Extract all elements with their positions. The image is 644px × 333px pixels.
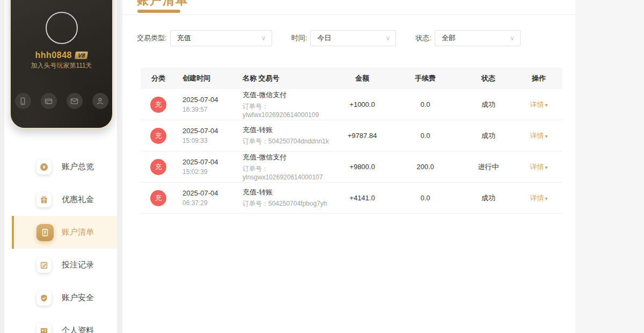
table-row: 充 2025-07-04 16:39:57 充值-微信支付 订单号：ylwfwx…	[141, 89, 562, 120]
sidebar-item-label: 优惠礼金	[62, 194, 94, 205]
sidebar-item-label: 投注记录	[62, 260, 94, 270]
row-status: 成功	[462, 193, 515, 203]
filter-time: 时间: 今日 ∨	[291, 30, 397, 46]
transaction-type-value: 充值	[177, 33, 191, 43]
chevron-down-icon: ∨	[385, 35, 390, 41]
row-amount: +9787.84	[335, 132, 389, 140]
time-select[interactable]: 今日 ∨	[310, 30, 396, 46]
detail-link[interactable]: 详情▾	[530, 132, 547, 140]
chevron-down-icon: ∨	[261, 35, 266, 41]
filter-bar: 交易类型: 充值 ∨ 时间: 今日 ∨ 状态: 全部 ∨	[137, 30, 575, 46]
row-name: 充值-微信支付	[243, 153, 335, 162]
row-name: 充值-微信支付	[243, 90, 335, 100]
row-status: 进行中	[462, 162, 515, 172]
sidebar-item-label: 账户总览	[62, 162, 94, 172]
row-order-number: 订单号：504250704dnddnn1k	[243, 137, 335, 146]
col-fee: 手续费	[389, 74, 462, 83]
sidebar-item-label: 个人资料	[62, 325, 94, 333]
col-amount: 金额	[335, 74, 389, 83]
row-amount: +1000.0	[335, 100, 389, 108]
id-card-icon	[36, 323, 52, 333]
sidebar-item-account-security[interactable]: 账户安全	[12, 281, 117, 314]
document-icon	[36, 224, 54, 241]
bank-card-icon[interactable]	[41, 93, 57, 109]
chevron-down-icon: ∨	[510, 35, 515, 41]
category-badge: 充	[150, 128, 166, 144]
profile-card: hhh0848 V8 加入头号玩家第111天	[10, 0, 113, 129]
row-order-number: 订单号：ylnsgwx1026920614000107	[243, 164, 335, 181]
caret-down-icon: ▾	[545, 133, 547, 139]
row-date: 2025-07-04	[182, 96, 236, 104]
time-label: 时间:	[291, 33, 308, 43]
mail-icon[interactable]	[67, 93, 83, 109]
row-time: 06:37:29	[182, 199, 236, 207]
joined-days-text: 加入头号玩家第111天	[11, 61, 112, 70]
row-fee: 0.0	[389, 132, 462, 140]
row-fee: 0.0	[389, 194, 462, 202]
user-icon[interactable]	[92, 93, 108, 109]
sidebar-item-account-statement[interactable]: 账户清单	[12, 216, 117, 249]
transactions-table: 分类 创建时间 名称 交易号 金额 手续费 状态 操作 充 2025-07-04…	[141, 68, 562, 214]
row-date: 2025-07-04	[182, 127, 236, 135]
row-date: 2025-07-04	[182, 189, 236, 197]
row-amount: +9800.0	[335, 163, 389, 171]
status-value: 全部	[442, 33, 456, 43]
row-fee: 0.0	[389, 100, 462, 108]
transaction-type-select[interactable]: 充值 ∨	[170, 30, 272, 46]
main-panel: 账户清单 交易类型: 充值 ∨ 时间: 今日 ∨ 状态: 全部 ∨	[122, 0, 575, 333]
vip-badge: V8	[75, 52, 88, 59]
row-fee: 200.0	[389, 163, 462, 171]
page-background-right	[575, 0, 644, 333]
detail-link[interactable]: 详情▾	[530, 194, 547, 202]
row-status: 成功	[462, 100, 515, 110]
col-created-time: 创建时间	[176, 74, 236, 83]
transaction-type-label: 交易类型:	[137, 33, 167, 43]
row-time: 16:39:57	[182, 106, 236, 113]
status-label: 状态:	[415, 33, 431, 43]
row-order-number: 订单号：ylwfwx1026920614000109	[243, 102, 335, 119]
sidebar-item-account-overview[interactable]: ¥ 账户总览	[12, 150, 117, 183]
sidebar: hhh0848 V8 加入头号玩家第111天	[4, 0, 117, 333]
caret-down-icon: ▾	[545, 164, 547, 170]
sidebar-item-label: 账户清单	[62, 227, 94, 237]
sidebar-menu: ¥ 账户总览 优惠礼金 账户清单	[4, 150, 117, 333]
table-row: 充 2025-07-04 06:37:29 充值-转账 订单号：50425070…	[141, 183, 562, 214]
note-icon	[36, 258, 52, 273]
sidebar-item-label: 账户安全	[62, 293, 94, 303]
title-underline	[137, 10, 180, 13]
filter-status: 状态: 全部 ∨	[415, 30, 521, 46]
row-time: 15:09:33	[182, 137, 236, 144]
row-amount: +4141.0	[335, 194, 389, 202]
row-date: 2025-07-04	[182, 158, 236, 166]
caret-down-icon: ▾	[545, 102, 547, 108]
sidebar-item-promotions[interactable]: 优惠礼金	[12, 183, 117, 216]
status-select[interactable]: 全部 ∨	[435, 30, 521, 46]
category-badge: 充	[150, 159, 166, 175]
table-header: 分类 创建时间 名称 交易号 金额 手续费 状态 操作	[141, 68, 562, 89]
mobile-icon[interactable]	[15, 93, 31, 109]
row-name: 充值-转账	[243, 187, 335, 197]
table-row: 充 2025-07-04 15:09:33 充值-转账 订单号：50425070…	[141, 120, 562, 151]
avatar[interactable]	[46, 12, 78, 44]
row-order-number: 订单号：504250704fpbog7yh	[243, 199, 335, 208]
category-badge: 充	[150, 97, 166, 113]
page-title: 账户清单	[137, 0, 575, 9]
sidebar-item-profile[interactable]: 个人资料	[12, 314, 117, 333]
caret-down-icon: ▾	[545, 196, 547, 201]
row-time: 15:02:39	[182, 168, 236, 176]
sidebar-item-betting-records[interactable]: 投注记录	[12, 249, 117, 281]
header-divider	[122, 15, 575, 15]
col-category: 分类	[141, 74, 176, 83]
row-status: 成功	[462, 131, 515, 141]
username: hhh0848	[35, 50, 72, 60]
coin-icon: ¥	[36, 160, 52, 175]
col-status: 状态	[462, 74, 515, 83]
detail-link[interactable]: 详情▾	[530, 163, 547, 171]
quick-actions-row	[11, 93, 112, 109]
detail-link[interactable]: 详情▾	[530, 100, 547, 108]
table-row: 充 2025-07-04 15:02:39 充值-微信支付 订单号：ylnsgw…	[141, 151, 562, 183]
svg-text:¥: ¥	[43, 164, 46, 170]
col-action: 操作	[515, 74, 562, 83]
category-badge: 充	[150, 190, 166, 206]
col-name-txid: 名称 交易号	[236, 74, 335, 83]
